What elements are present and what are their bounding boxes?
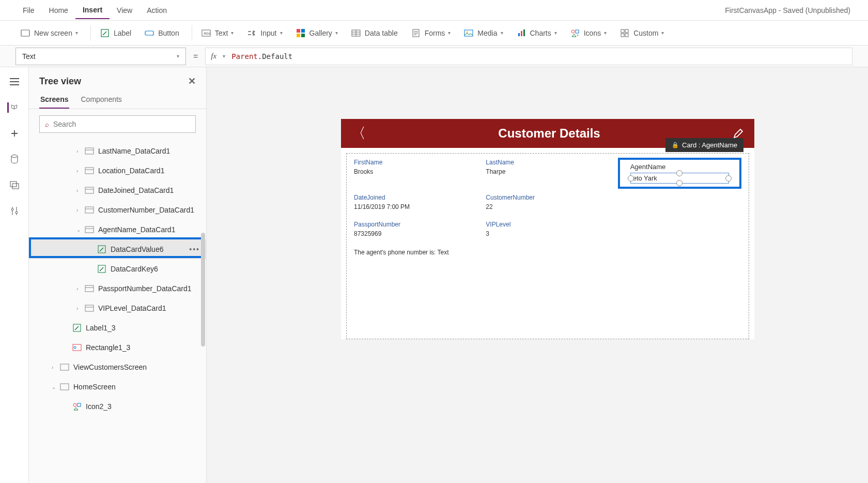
svg-rect-42 xyxy=(60,364,69,370)
data-table-button[interactable]: Data table xyxy=(346,25,403,41)
tree-item-viewcustomersscreen[interactable]: ›ViewCustomersScreen xyxy=(29,357,206,377)
card-icon xyxy=(85,285,94,292)
tree-item-lastname_datacard1[interactable]: ›LastName_DataCard1 xyxy=(29,141,206,161)
menu-home[interactable]: Home xyxy=(42,2,75,19)
svg-rect-45 xyxy=(78,403,81,406)
menu-insert[interactable]: Insert xyxy=(75,2,110,19)
card-icon xyxy=(85,206,94,214)
text-button[interactable]: Abc Text ▾ xyxy=(196,25,239,41)
chevron-icon[interactable]: › xyxy=(76,286,83,292)
firstname-card[interactable]: FirstName Brooks xyxy=(354,158,477,189)
svg-rect-37 xyxy=(85,285,94,292)
tab-components[interactable]: Components xyxy=(80,92,122,109)
charts-button[interactable]: Charts ▾ xyxy=(512,25,562,41)
forms-button[interactable]: Forms ▾ xyxy=(406,25,456,41)
tree-item-label: VIPLevel_DataCard1 xyxy=(98,304,166,312)
lastname-card[interactable]: LastName Tharpe xyxy=(486,158,609,189)
button-button[interactable]: Button xyxy=(140,25,184,41)
chevron-down-icon: ▾ xyxy=(554,30,557,36)
svg-rect-15 xyxy=(518,33,520,36)
chevron-icon[interactable]: ⌄ xyxy=(52,384,58,390)
tree-item-viplevel_datacard1[interactable]: ›VIPLevel_DataCard1 xyxy=(29,298,206,318)
search-box[interactable]: ⌕ xyxy=(39,115,196,133)
media-icon xyxy=(464,28,473,38)
tree-item-icon2_3[interactable]: Icon2_3 xyxy=(29,397,206,416)
input-button[interactable]: Input ▾ xyxy=(242,25,287,41)
tree-item-agentname_datacard1[interactable]: ⌄AgentName_DataCard1 xyxy=(29,220,206,239)
more-icon[interactable]: ••• xyxy=(189,245,200,253)
custnum-card[interactable]: CustomerNumber 22 xyxy=(486,193,609,216)
chevron-icon[interactable]: › xyxy=(76,207,83,213)
chevron-down-icon: ▾ xyxy=(280,30,283,36)
tree-item-location_datacard1[interactable]: ›Location_DataCard1 xyxy=(29,161,206,180)
forms-label: Forms xyxy=(425,29,445,37)
search-input[interactable] xyxy=(53,120,190,128)
chevron-down-icon: ▾ xyxy=(231,30,234,36)
resize-handle[interactable] xyxy=(725,175,732,182)
canvas[interactable]: 〈 Customer Details FirstName Brooks Last… xyxy=(341,119,754,339)
label-button[interactable]: Label xyxy=(95,25,136,41)
formula-input[interactable]: fx ▾ Parent.Default xyxy=(205,48,853,65)
resize-handle[interactable] xyxy=(628,175,634,182)
form[interactable]: FirstName Brooks LastName Tharpe 🔒 Card … xyxy=(346,153,749,339)
app-title: FirstCanvasApp - Saved (Unpublished) xyxy=(725,6,853,14)
chevron-icon[interactable]: › xyxy=(76,188,83,193)
vip-card[interactable]: VIPLevel 3 xyxy=(486,220,609,243)
tree-item-customernumber_datacard1[interactable]: ›CustomerNumber_DataCard1 xyxy=(29,200,206,220)
tree-item-label: Location_DataCard1 xyxy=(98,167,164,175)
tree-item-rectangle1_3[interactable]: Rectangle1_3 xyxy=(29,338,206,357)
tab-screens[interactable]: Screens xyxy=(39,92,69,109)
menu-file[interactable]: File xyxy=(16,2,42,19)
new-screen-button[interactable]: New screen ▾ xyxy=(16,25,83,41)
chevron-icon[interactable]: › xyxy=(76,168,83,174)
label-icon xyxy=(100,28,110,38)
chevron-icon[interactable]: › xyxy=(52,365,58,370)
chevron-icon[interactable]: › xyxy=(76,148,83,154)
property-select[interactable]: Text ▾ xyxy=(16,48,186,65)
card-selection-tag[interactable]: 🔒 Card : AgentName xyxy=(665,138,743,152)
datejoined-card[interactable]: DateJoined 11/16/2019 7:00 PM xyxy=(354,193,477,216)
chevron-down-icon: ▾ xyxy=(223,53,225,59)
scrollbar[interactable] xyxy=(201,233,205,346)
edit-icon[interactable] xyxy=(733,128,744,139)
data-rail-icon[interactable] xyxy=(9,154,20,164)
tree-item-datejoined_datacard1[interactable]: ›DateJoined_DataCard1 xyxy=(29,180,206,200)
chevron-down-icon: ▾ xyxy=(661,30,664,36)
tree-item-homescreen[interactable]: ⌄HomeScreen xyxy=(29,377,206,397)
tree-item-label: AgentName_DataCard1 xyxy=(98,225,175,234)
hamburger-icon[interactable] xyxy=(9,77,20,87)
tree-view-icon[interactable] xyxy=(7,102,18,113)
resize-handle[interactable] xyxy=(676,170,683,176)
datacardvalue6-selection[interactable]: eto Yark xyxy=(630,173,729,184)
insert-rail-icon[interactable] xyxy=(9,128,20,139)
agentname-card[interactable]: AgentName eto Yark xyxy=(618,158,741,189)
chevron-icon[interactable]: ⌄ xyxy=(76,227,83,233)
tree-item-datacardvalue6[interactable]: DataCardValue6••• xyxy=(29,239,206,259)
custom-button[interactable]: Custom ▾ xyxy=(615,25,669,41)
chevron-icon[interactable]: › xyxy=(76,306,83,311)
tree-item-passportnumber_datacard1[interactable]: ›PassportNumber_DataCard1 xyxy=(29,279,206,298)
close-icon[interactable]: ✕ xyxy=(188,76,196,87)
tree-item-label1_3[interactable]: Label1_3 xyxy=(29,318,206,338)
menu-view[interactable]: View xyxy=(110,2,140,19)
media-button[interactable]: Media ▾ xyxy=(459,25,508,41)
menu-action[interactable]: Action xyxy=(140,2,174,19)
svg-rect-0 xyxy=(21,30,29,36)
vip-label: VIPLevel xyxy=(486,220,609,229)
left-rail xyxy=(0,67,29,483)
icons-button[interactable]: + Icons ▾ xyxy=(565,25,612,41)
tree-item-label: Rectangle1_3 xyxy=(86,343,130,352)
back-icon[interactable]: 〈 xyxy=(351,124,366,143)
advanced-rail-icon[interactable] xyxy=(9,206,20,216)
media-rail-icon[interactable] xyxy=(9,180,20,190)
svg-rect-23 xyxy=(621,34,624,37)
equals-sign: = xyxy=(186,52,205,61)
tree-item-label: PassportNumber_DataCard1 xyxy=(98,284,192,293)
tree-item-datacardkey6[interactable]: DataCardKey6 xyxy=(29,259,206,279)
tree-item-label: DateJoined_DataCard1 xyxy=(98,186,174,194)
passport-card[interactable]: PassportNumber 87325969 xyxy=(354,220,477,243)
screen-icon xyxy=(60,383,69,390)
gallery-button[interactable]: Gallery ▾ xyxy=(291,25,343,41)
lastname-value: Tharpe xyxy=(486,167,609,180)
resize-handle[interactable] xyxy=(676,180,683,186)
